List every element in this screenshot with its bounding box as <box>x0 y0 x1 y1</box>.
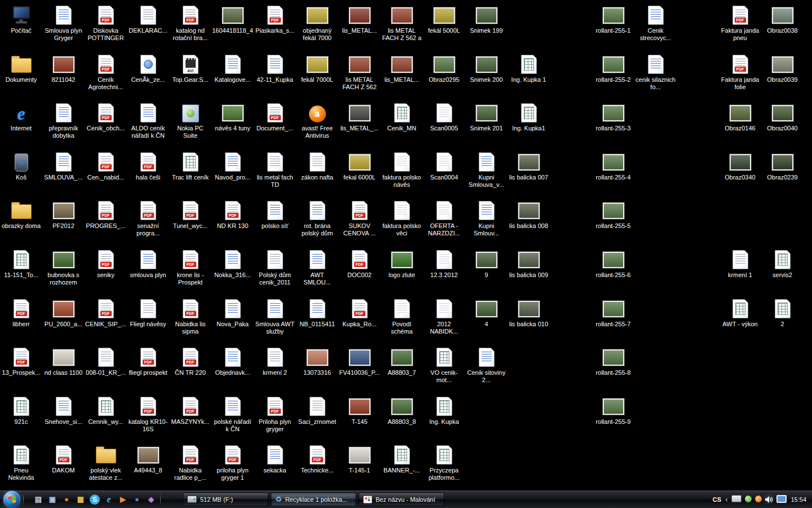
desktop-icon[interactable]: Nokka_316... <box>212 248 253 279</box>
language-indicator[interactable]: CS <box>713 496 721 503</box>
desktop-icon[interactable]: 9 <box>466 248 507 279</box>
desktop-icon[interactable]: rollant-255-3 <box>593 101 634 132</box>
desktop-icon[interactable]: 11-151_To... <box>1 248 42 279</box>
desktop-icon[interactable]: servis2 <box>762 248 803 279</box>
desktop-icon[interactable]: lis metal fach TD <box>254 150 295 189</box>
desktop-icon[interactable]: Cenik_MN <box>381 101 422 132</box>
desktop-icon[interactable]: Kupni Smlouva_v... <box>466 150 507 189</box>
desktop-icon[interactable]: PDFPiaskarka_s... <box>254 3 295 34</box>
desktop-icon[interactable]: PDFFaktura janda folie <box>720 52 761 91</box>
desktop-icon[interactable]: Nokia PC Suite <box>170 101 211 139</box>
volume-icon[interactable] <box>765 496 773 503</box>
desktop-icon[interactable]: Obraz0039 <box>762 52 803 84</box>
desktop-icon[interactable]: PDFKupka_Ro... <box>339 297 380 328</box>
desktop-icon[interactable]: PDFkatalog nd rotační bra... <box>170 3 211 42</box>
desktop-icon[interactable]: 2 <box>762 297 803 328</box>
desktop-icon[interactable]: Przyczepa platformo... <box>423 443 465 481</box>
avast-tray-icon[interactable] <box>755 496 762 503</box>
desktop-icon[interactable]: 42-11_Kupka <box>254 52 295 84</box>
desktop-icon[interactable]: PDFMASZYNYk... <box>170 395 211 426</box>
desktop-icon[interactable]: PF2012 <box>43 199 84 230</box>
desktop-icon[interactable]: faktura polsko věci <box>381 199 422 237</box>
desktop-icon[interactable]: Katalogove... <box>212 52 253 84</box>
clock[interactable]: 15:54 <box>791 496 806 503</box>
desktop-icon[interactable]: Saci_zrnomet <box>297 395 338 426</box>
desktop-icon[interactable]: Ing. Kupka 1 <box>508 52 549 84</box>
desktop-icon[interactable]: SMLOUVA_... <box>43 150 84 181</box>
desktop-icon[interactable]: Počítač <box>1 3 42 34</box>
desktop-icon[interactable]: nd claas 1100 <box>43 345 84 376</box>
desktop-icon[interactable]: logo zlute <box>381 248 422 279</box>
desktop-icon[interactable]: polské nářadí k ČN <box>212 395 253 433</box>
desktop-icon[interactable]: PDFhala češi <box>127 150 169 181</box>
desktop-icon[interactable]: eInternet <box>1 101 42 132</box>
taskbar-window-button[interactable]: Bez názvu - Malování <box>359 493 444 506</box>
desktop-icon[interactable]: lis balicka 007 <box>508 150 549 181</box>
desktop-icon[interactable]: ♻Koš <box>1 150 42 181</box>
desktop-icon[interactable]: Ing. Kupka <box>423 395 465 426</box>
desktop-icon[interactable]: lis_METAL... <box>339 3 380 34</box>
desktop-icon[interactable]: přepravník dobytka <box>43 101 84 139</box>
desktop-icon[interactable]: PDFpriloha plyn gryger 1 <box>212 443 253 481</box>
desktop-icon[interactable]: PU_2600_a... <box>43 297 84 328</box>
desktop-icon[interactable]: PDFDiskovka POTTINGER <box>85 3 126 42</box>
desktop-icon[interactable]: lis_METAL_... <box>339 101 380 132</box>
desktop-icon[interactable]: objednaný fekál 7000 <box>297 3 338 42</box>
desktop-icon[interactable]: 008-01_KR_... <box>85 345 126 376</box>
desktop-icon[interactable]: Snimek 199 <box>466 3 507 34</box>
desktop-icon[interactable]: 4 <box>466 297 507 328</box>
desktop-icon[interactable]: PDFCenik_obch... <box>85 101 126 132</box>
desktop-icon[interactable]: Scan0004 <box>423 150 465 181</box>
photo-viewer-icon[interactable]: ▦ <box>74 493 87 506</box>
desktop-icon[interactable]: lis METAL FACH Z 562 a <box>381 3 422 42</box>
desktop-icon[interactable]: DEKLARAC... <box>127 3 169 34</box>
desktop-icon[interactable]: PDFTunel_wyc... <box>170 199 211 230</box>
desktop-icon[interactable]: PDFTechnicke... <box>297 443 338 474</box>
desktop-icon[interactable]: A88803_7 <box>381 345 422 376</box>
desktop-icon[interactable]: ALDO ceník nářadí k ČN <box>127 101 169 139</box>
desktop-icon[interactable]: Smlouva plyn Gryger <box>43 3 84 42</box>
desktop-icon[interactable]: PDFND KR 130 <box>212 199 253 230</box>
desktop-icon[interactable]: Obraz0239 <box>762 150 803 181</box>
paint-icon[interactable]: ◆ <box>145 493 157 506</box>
desktop-icon[interactable]: fekál 7000L <box>297 52 338 84</box>
start-button[interactable] <box>3 491 20 508</box>
desktop-icon[interactable]: T-145-1 <box>339 443 380 474</box>
desktop-icon[interactable]: PDFDocument_... <box>254 101 295 132</box>
desktop-icon[interactable]: lis balicka 008 <box>508 199 549 230</box>
desktop-icon[interactable]: 13073316 <box>297 345 338 376</box>
desktop-icon[interactable]: PDFSUKOV CENOVA ... <box>339 199 380 237</box>
desktop-icon[interactable]: PDFFaktura janda pneu <box>720 3 761 42</box>
desktop-icon[interactable]: PDFCeník Agrotechni... <box>85 52 126 91</box>
desktop-icon[interactable]: Obraz0146 <box>720 101 761 132</box>
desktop-icon[interactable]: lis METAL FACH Z 562 <box>339 52 380 91</box>
desktop-icon[interactable]: cenik silaznich fo... <box>635 52 676 91</box>
desktop-icon[interactable]: Nova_Paka <box>212 297 253 328</box>
desktop-icon[interactable]: Pneu Nekvinda <box>1 443 42 481</box>
desktop-icon[interactable]: Dokumenty <box>1 52 42 84</box>
safety-status-icon[interactable] <box>745 496 752 503</box>
desktop-icon[interactable]: rollant-255-7 <box>593 297 634 328</box>
desktop-icon[interactable]: rollant-255-5 <box>593 199 634 230</box>
desktop-icon[interactable]: PDFsenažní progra... <box>127 199 169 237</box>
desktop-icon[interactable]: Kupni Smlouv... <box>466 199 507 237</box>
taskbar-window-button[interactable]: ♻Recyklace 1 položka... <box>271 493 356 506</box>
desktop-icon[interactable]: Fliegl návěsy <box>127 297 169 328</box>
desktop-icon[interactable]: faktura polsko návěs <box>381 150 422 189</box>
desktop-icon[interactable]: lis balicka 010 <box>508 297 549 328</box>
desktop-icon[interactable]: 921c <box>1 395 42 426</box>
desktop-icon[interactable]: Ing. Kupka1 <box>508 101 549 132</box>
desktop-icon[interactable]: A88803_8 <box>381 395 422 426</box>
desktop-icon[interactable]: PDFlibherr <box>1 297 42 328</box>
desktop-icon[interactable]: CenÃ­k_ze... <box>127 52 169 84</box>
desktop-icon[interactable]: krmení 2 <box>254 345 295 376</box>
desktop-icon[interactable]: Snimek 200 <box>466 52 507 84</box>
switch-windows-icon[interactable]: ▣ <box>46 493 59 506</box>
desktop-icon[interactable]: PDFPROGRES_... <box>85 199 126 230</box>
desktop-icon[interactable]: Trac lift ceník <box>170 150 211 181</box>
desktop-icon[interactable]: obrazky doma <box>1 199 42 230</box>
desktop-icon[interactable]: PDFDOC002 <box>339 248 380 279</box>
taskbar-window-button[interactable]: 512 MB (F:) <box>183 493 268 506</box>
display-settings-icon[interactable] <box>776 495 787 504</box>
desktop-icon[interactable]: PDFfliegl prospekt <box>127 345 169 376</box>
